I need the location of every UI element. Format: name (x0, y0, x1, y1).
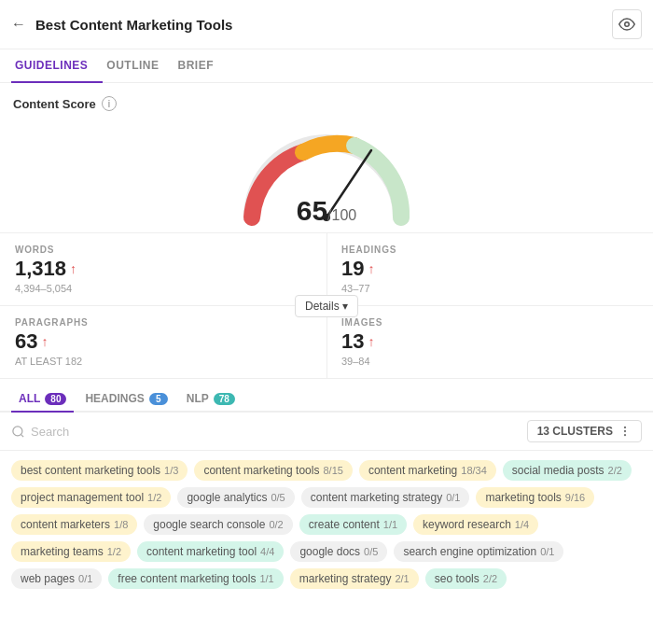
clusters-label: 13 CLUSTERS (537, 425, 613, 438)
eye-button[interactable] (612, 9, 642, 39)
eye-icon (618, 16, 635, 33)
tab-brief[interactable]: BRIEF (174, 49, 229, 83)
back-icon: ← (11, 16, 26, 33)
tab-outline[interactable]: OUTLINE (103, 49, 174, 83)
stat-headings-label: HEADINGS (341, 245, 638, 255)
stat-paragraphs-range: AT LEAST 182 (15, 356, 312, 367)
gauge-score: 65/100 (297, 195, 357, 227)
tag-item[interactable]: social media posts 2/2 (503, 460, 632, 481)
stat-images: IMAGES 13 ↑ 39–84 (326, 305, 653, 378)
tag-item[interactable]: google analytics 0/5 (177, 487, 294, 508)
main-tabs: GUIDELINES OUTLINE BRIEF (0, 49, 653, 83)
stat-words-value: 1,318 ↑ (15, 257, 312, 281)
back-button[interactable]: ← (11, 16, 26, 33)
svg-point-4 (624, 427, 626, 428)
gauge-container: 65/100 (13, 115, 640, 232)
tag-item[interactable]: content marketing tool 4/4 (137, 541, 284, 562)
svg-point-0 (625, 22, 630, 27)
words-arrow: ↑ (70, 261, 76, 276)
search-placeholder: Search (31, 425, 69, 439)
tab-guidelines[interactable]: GUIDELINES (11, 49, 103, 83)
images-arrow: ↑ (368, 334, 374, 349)
search-icon (11, 425, 25, 439)
tag-item[interactable]: seo tools 2/2 (425, 568, 507, 589)
gauge-score-number: 65 (297, 195, 327, 226)
filter-badge-all: 80 (45, 393, 66, 405)
filter-tab-headings[interactable]: HEADINGS 5 (77, 386, 174, 413)
kebab-icon (618, 425, 632, 438)
filter-badge-headings: 5 (149, 393, 168, 405)
tag-item[interactable]: marketing tools 9/16 (476, 487, 594, 508)
stat-headings-range: 43–77 (341, 283, 638, 294)
tag-item[interactable]: google search console 0/2 (144, 514, 292, 535)
stat-words: WORDS 1,318 ↑ 4,394–5,054 (0, 233, 326, 305)
gauge-wrapper: 65/100 (233, 124, 420, 227)
stat-headings-value: 19 ↑ (341, 257, 638, 281)
stat-paragraphs-label: PARAGRAPHS (15, 317, 312, 328)
clusters-button[interactable]: 13 CLUSTERS (527, 420, 642, 442)
filter-tabs: ALL 80 HEADINGS 5 NLP 78 (0, 379, 653, 413)
stat-words-range: 4,394–5,054 (15, 283, 312, 294)
stat-paragraphs-value: 63 ↑ (15, 329, 312, 354)
header: ← Best Content Marketing Tools (0, 0, 653, 49)
paragraphs-arrow: ↑ (41, 334, 48, 349)
tag-item[interactable]: content marketing tools 8/15 (194, 460, 353, 481)
tag-item[interactable]: marketing strategy 2/1 (290, 568, 419, 589)
tag-item[interactable]: project management tool 1/2 (11, 487, 171, 508)
stat-headings: HEADINGS 19 ↑ 43–77 (326, 233, 653, 305)
stat-images-label: IMAGES (341, 317, 638, 328)
stat-paragraphs: PARAGRAPHS 63 ↑ AT LEAST 182 (0, 305, 326, 378)
page-title: Best Content Marketing Tools (35, 17, 612, 33)
details-button[interactable]: Details ▾ (295, 295, 358, 317)
filter-badge-nlp: 78 (214, 393, 235, 405)
tag-item[interactable]: marketing teams 1/2 (11, 541, 131, 562)
tag-item[interactable]: content marketing 18/34 (359, 460, 496, 481)
search-row: Search 13 CLUSTERS (0, 413, 653, 451)
headings-arrow: ↑ (368, 261, 374, 276)
search-box[interactable]: Search (11, 425, 520, 439)
tag-item[interactable]: free content marketing tools 1/1 (108, 568, 283, 589)
tag-item[interactable]: google docs 0/5 (290, 541, 387, 562)
stats-grid: WORDS 1,318 ↑ 4,394–5,054 HEADINGS 19 ↑ … (0, 232, 653, 379)
gauge-score-total: /100 (327, 207, 356, 223)
content-score-label: Content Score (13, 97, 96, 111)
tag-item[interactable]: keyword research 1/4 (413, 514, 538, 535)
info-icon[interactable]: i (102, 96, 117, 111)
svg-point-5 (624, 430, 626, 432)
tag-item[interactable]: web pages 0/1 (11, 568, 102, 589)
content-score-section: Content Score i 65/100 (0, 83, 653, 232)
tag-item[interactable]: search engine optimization 0/1 (394, 541, 563, 562)
tag-item[interactable]: content marketing strategy 0/1 (301, 487, 470, 508)
tags-container: best content marketing tools 1/3content … (0, 451, 653, 598)
stat-images-value: 13 ↑ (341, 329, 638, 354)
filter-tab-all[interactable]: ALL 80 (11, 386, 74, 413)
filter-tab-nlp[interactable]: NLP 78 (179, 386, 243, 413)
stat-images-range: 39–84 (341, 356, 638, 367)
svg-point-3 (13, 426, 22, 435)
tag-item[interactable]: content marketers 1/8 (11, 514, 137, 535)
stat-words-label: WORDS (15, 245, 312, 255)
tag-item[interactable]: best content marketing tools 1/3 (11, 460, 188, 481)
tag-item[interactable]: create content 1/1 (299, 514, 407, 535)
svg-point-6 (624, 434, 626, 436)
